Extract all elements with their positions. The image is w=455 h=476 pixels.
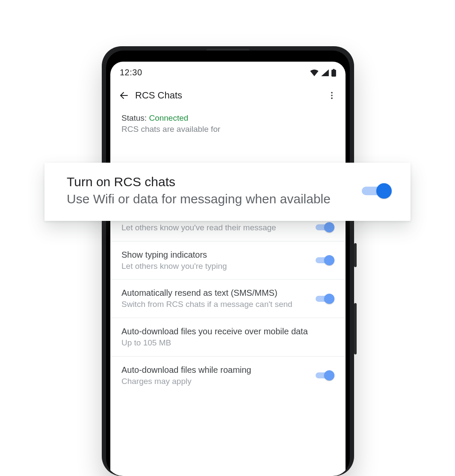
clock: 12:30 [120,68,142,77]
phone-frame: 12:30 RCS Chats [102,46,354,476]
page-title: RCS Chats [135,90,323,101]
setting-subtitle: Up to 105 MB [121,338,334,348]
setting-subtitle: Let others know you've read their messag… [121,223,309,233]
svg-point-5 [331,98,333,99]
cell-icon [321,69,329,76]
svg-rect-0 [331,69,336,76]
side-button-volume [354,303,357,354]
setting-row-resend[interactable]: Automatically resend as text (SMS/MMS) S… [110,279,346,318]
highlight-subtitle: Use Wifi or data for messaging when avai… [67,191,352,207]
status-bar: 12:30 [110,62,346,80]
overflow-menu-button[interactable] [323,87,340,104]
toggle-thumb [324,255,334,265]
setting-subtitle: Switch from RCS chats if a message can't… [121,299,309,310]
status-icons [310,69,336,77]
arrow-left-icon [119,90,129,101]
setting-row-auto-download-mobile[interactable]: Auto-download files you receive over mob… [110,318,346,356]
setting-title: Auto-download files while roaming [121,364,309,375]
toggle-read-receipts[interactable] [316,222,334,232]
toggle-thumb [324,370,334,381]
setting-title: Show typing indicators [121,249,309,260]
setting-subtitle: Let others know you're typing [121,261,309,272]
toggle-typing[interactable] [316,255,334,265]
status-block: Status: Connected RCS chats are availabl… [110,112,346,141]
status-line: Status: Connected [121,113,334,123]
status-subtitle: RCS chats are available for [121,125,334,134]
battery-icon [331,69,336,77]
svg-point-3 [331,92,333,94]
toggle-thumb [324,294,334,304]
canvas: 12:30 RCS Chats [0,0,455,476]
svg-rect-1 [333,69,335,70]
setting-title: Automatically resend as text (SMS/MMS) [121,287,309,298]
toggle-auto-download-roaming[interactable] [316,370,334,381]
setting-title: Auto-download files you receive over mob… [121,326,334,337]
back-button[interactable] [115,87,133,104]
setting-row-typing[interactable]: Show typing indicators Let others know y… [110,241,346,280]
toggle-thumb [376,183,392,199]
side-button-power [354,243,357,267]
more-vert-icon [327,91,337,100]
highlight-card-rcs-toggle[interactable]: Turn on RCS chats Use Wifi or data for m… [44,163,411,221]
toggle-thumb [324,222,334,232]
toggle-resend[interactable] [316,294,334,304]
screen: 12:30 RCS Chats [110,62,346,476]
svg-point-4 [331,95,333,96]
setting-subtitle: Charges may apply [121,376,309,387]
wifi-icon [310,69,319,76]
highlight-title: Turn on RCS chats [67,175,352,189]
phone-bezel: 12:30 RCS Chats [106,51,350,476]
app-bar: RCS Chats [110,80,346,112]
status-value: Connected [149,113,188,122]
status-label: Status: [121,113,149,122]
setting-row-auto-download-roaming[interactable]: Auto-download files while roaming Charge… [110,356,346,395]
toggle-rcs-chats[interactable] [362,183,392,199]
